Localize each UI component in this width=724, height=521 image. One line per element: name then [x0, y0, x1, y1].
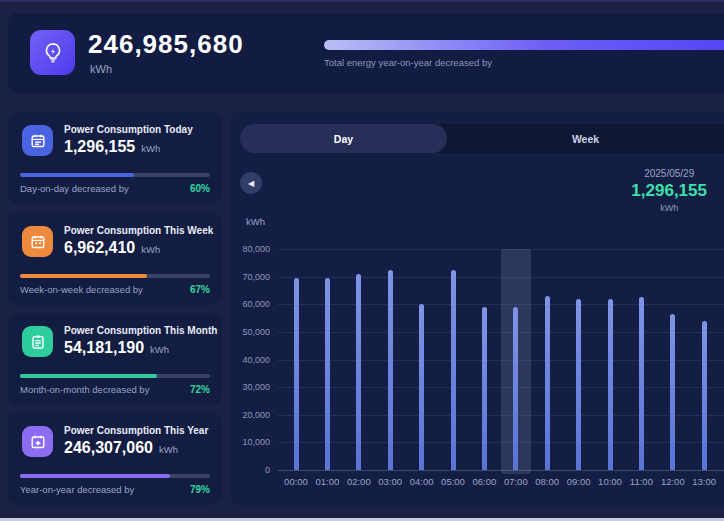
- card-progress: [20, 274, 210, 278]
- selected-date: 2025/05/29: [631, 168, 707, 179]
- gridline: [278, 387, 724, 388]
- card-footer-label: Day-on-day decreased by: [20, 183, 129, 194]
- card-footer-label: Month-on-month decreased by: [20, 384, 149, 395]
- calendar-year-icon: [22, 426, 53, 457]
- hour-bar[interactable]: [356, 274, 361, 470]
- y-axis-tick-label: 30,000: [232, 382, 270, 392]
- hour-bar[interactable]: [388, 270, 393, 470]
- hour-bar[interactable]: [545, 296, 550, 470]
- gridline: [278, 277, 724, 278]
- gridline: [278, 304, 724, 305]
- y-axis-tick-label: 0: [232, 465, 270, 475]
- selected-date-block: 2025/05/29 1,296,155 kWh: [631, 168, 707, 213]
- card-value: 54,181,190kWh: [64, 339, 169, 357]
- card-percent: 67%: [190, 284, 210, 295]
- y-axis-tick-label: 80,000: [232, 244, 270, 254]
- card-power-year: Power Consumption This Year 246,307,060k…: [8, 413, 222, 505]
- y-axis-tick-label: 70,000: [232, 272, 270, 282]
- card-power-today: Power Consumption Today 1,296,155kWh Day…: [8, 112, 222, 204]
- gridline: [278, 332, 724, 333]
- calendar-week-icon: [22, 226, 53, 257]
- x-axis-tick-label: 13:00: [683, 476, 724, 487]
- hour-bar[interactable]: [451, 270, 456, 470]
- y-axis-unit-label: kWh: [246, 216, 265, 227]
- card-footer-label: Week-on-week decreased by: [20, 284, 143, 295]
- card-value: 6,962,410kWh: [64, 239, 160, 257]
- card-title: Power Consumption Today: [64, 124, 193, 135]
- consumption-chart-panel: Day Week ◀ 2025/05/29 1,296,155 kWh kWh …: [230, 112, 724, 506]
- card-footer-label: Year-on-year decreased by: [20, 484, 134, 495]
- y-axis-tick-label: 20,000: [232, 410, 270, 420]
- gridline: [278, 360, 724, 361]
- y-axis-tick-label: 60,000: [232, 299, 270, 309]
- card-progress: [20, 474, 210, 478]
- previous-day-button[interactable]: ◀: [240, 172, 262, 194]
- card-percent: 72%: [190, 384, 210, 395]
- card-title: Power Consumption This Month: [64, 325, 217, 336]
- card-percent: 79%: [190, 484, 210, 495]
- card-progress: [20, 173, 210, 177]
- period-tabbar: Day Week: [240, 124, 724, 153]
- y-axis-tick-label: 40,000: [232, 355, 270, 365]
- total-energy-card: 246,985,680 kWh Total energy year-on-yea…: [8, 13, 724, 93]
- dashboard-root: 246,985,680 kWh Total energy year-on-yea…: [0, 0, 724, 521]
- y-axis-tick-label: 50,000: [232, 327, 270, 337]
- calendar-day-icon: [22, 125, 53, 156]
- card-percent: 60%: [190, 183, 210, 194]
- card-power-week: Power Consumption This Week 6,962,410kWh…: [8, 213, 222, 305]
- hour-bar[interactable]: [702, 321, 707, 470]
- y-axis-tick-label: 10,000: [232, 437, 270, 447]
- card-value: 246,307,060kWh: [64, 439, 178, 457]
- hour-bar[interactable]: [419, 304, 424, 470]
- hour-bar[interactable]: [670, 314, 675, 470]
- total-energy-unit: kWh: [90, 63, 112, 75]
- tab-day[interactable]: Day: [240, 124, 447, 153]
- hour-bar[interactable]: [608, 299, 613, 470]
- hour-bar[interactable]: [639, 297, 644, 470]
- card-progress: [20, 374, 210, 378]
- total-energy-progress: [324, 40, 724, 50]
- card-value: 1,296,155kWh: [64, 138, 160, 156]
- lightbulb-bolt-icon: [30, 30, 75, 75]
- hour-bar[interactable]: [482, 307, 487, 470]
- clipboard-icon: [22, 326, 53, 357]
- card-title: Power Consumption This Week: [64, 225, 213, 236]
- card-title: Power Consumption This Year: [64, 425, 208, 436]
- selected-value: 1,296,155: [631, 181, 707, 201]
- top-edge-strip: [0, 0, 724, 2]
- total-energy-progress-label: Total energy year-on-year decreased by: [324, 57, 492, 68]
- hour-bar[interactable]: [325, 278, 330, 470]
- gridline: [278, 442, 724, 443]
- chevron-left-icon: ◀: [248, 179, 254, 188]
- tab-week[interactable]: Week: [447, 124, 724, 153]
- card-power-month: Power Consumption This Month 54,181,190k…: [8, 313, 222, 405]
- gridline: [278, 415, 724, 416]
- hour-bar[interactable]: [576, 299, 581, 470]
- hour-bar[interactable]: [513, 307, 518, 470]
- selected-value-unit: kWh: [631, 203, 707, 213]
- hour-bar[interactable]: [294, 278, 299, 470]
- total-energy-value: 246,985,680: [88, 29, 244, 60]
- gridline: [278, 249, 724, 250]
- gridline: [278, 470, 724, 471]
